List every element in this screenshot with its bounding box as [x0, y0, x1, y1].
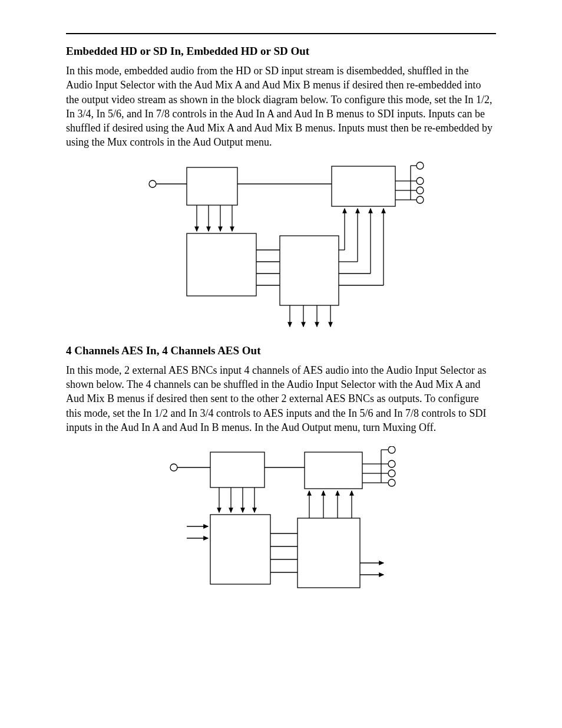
section2-title: 4 Channels AES In, 4 Channels AES Out: [66, 344, 496, 357]
svg-point-0: [149, 180, 156, 187]
svg-rect-73: [297, 518, 360, 588]
diagram-aes-in-out: [128, 446, 434, 594]
svg-point-44: [170, 464, 177, 471]
svg-point-59: [388, 470, 395, 477]
svg-rect-27: [280, 236, 339, 305]
svg-point-14: [416, 187, 424, 194]
svg-point-16: [416, 196, 424, 203]
svg-rect-66: [210, 515, 270, 584]
diagram-embedded-in-out: [128, 162, 434, 332]
section1-title: Embedded HD or SD In, Embedded HD or SD …: [66, 45, 496, 58]
svg-rect-22: [187, 233, 256, 296]
svg-point-10: [416, 162, 424, 169]
svg-point-57: [388, 460, 395, 467]
svg-point-12: [416, 177, 424, 185]
svg-rect-2: [187, 167, 237, 205]
svg-point-55: [388, 446, 395, 453]
svg-rect-46: [210, 452, 265, 487]
top-rule: [66, 33, 496, 34]
section1-body: In this mode, embedded audio from the HD…: [66, 64, 496, 150]
svg-rect-4: [332, 166, 395, 206]
section2-body: In this mode, 2 external AES BNCs input …: [66, 363, 496, 434]
document-page: Embedded HD or SD In, Embedded HD or SD …: [0, 0, 562, 728]
svg-point-61: [388, 479, 395, 486]
svg-rect-48: [305, 452, 362, 489]
